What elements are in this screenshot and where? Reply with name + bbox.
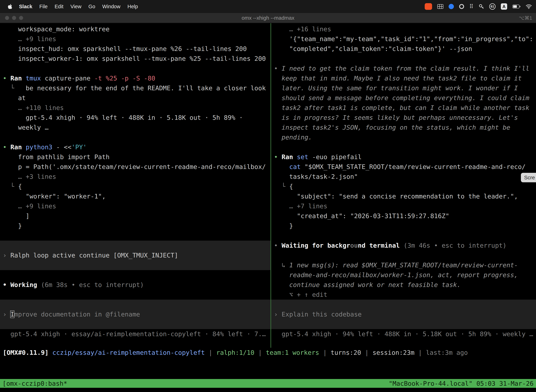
text-segment: › xyxy=(274,311,282,318)
minimize-button[interactable] xyxy=(12,16,16,20)
terminal-line: … +9 lines xyxy=(0,34,270,44)
text-segment: continue assigned work or next feasible … xyxy=(274,281,461,288)
terminal-line: continue assigned work or next feasible … xyxy=(271,280,536,290)
battery-percent-badge[interactable]: 61 xyxy=(489,3,496,10)
zoom-button[interactable] xyxy=(19,16,23,20)
terminal-line xyxy=(271,142,536,152)
text-segment: | xyxy=(415,349,426,356)
terminal-line: … +9 lines xyxy=(0,201,270,211)
screen-recording-indicator[interactable] xyxy=(425,3,432,10)
terminal-line: └ { xyxy=(0,182,270,191)
text-segment: gpt-5.4 xhigh · essay/ai-reimplementatio… xyxy=(3,330,266,338)
terminal-line xyxy=(271,54,536,64)
text-segment: be necessary for the end of the README. … xyxy=(26,84,266,92)
composer-line[interactable]: › Explain this codebase xyxy=(271,309,536,319)
text-segment: … +110 lines xyxy=(3,104,64,111)
swirl-app-icon[interactable] xyxy=(459,4,464,9)
terminal-line xyxy=(0,319,270,329)
text-segment: pending. xyxy=(274,134,312,141)
terminal-line xyxy=(271,231,536,241)
text-segment: Explain this codebase xyxy=(282,311,362,318)
terminal-line: } xyxy=(271,221,536,231)
menu-go[interactable]: Go xyxy=(85,4,99,9)
text-segment: • xyxy=(3,75,10,82)
text-segment: › xyxy=(3,311,10,318)
apple-menu-icon[interactable] xyxy=(5,4,15,9)
menu-edit[interactable]: Edit xyxy=(51,4,67,9)
active-app-menu[interactable]: Slack xyxy=(15,4,36,9)
text-segment: [OMX#0.11.9] xyxy=(3,349,53,356)
terminal-line: "created_at": "2026-03-31T11:59:27.816Z" xyxy=(271,211,536,221)
text-segment: 'PY' xyxy=(72,144,87,151)
terminal-line: "worker": "worker-1", xyxy=(0,191,270,201)
terminal-line xyxy=(0,241,270,250)
text-segment: capture-pane xyxy=(45,75,94,82)
text-segment: gpt-5.4 xhigh · 94% left · 488K in · 5.1… xyxy=(274,330,533,338)
terminal-line: ⌥ + ↑ edit xyxy=(271,290,536,300)
text-segment: -euo pipefail xyxy=(312,153,362,160)
text-segment: … +9 lines xyxy=(3,35,56,42)
menubar: Slack FileEditViewGoWindowHelp ⠿ 61 A xyxy=(0,0,536,13)
menu-view[interactable]: View xyxy=(67,4,85,9)
terminal-line xyxy=(271,319,536,329)
terminal-line: gpt-5.4 xhigh · 94% left · 488K in · 5.1… xyxy=(271,329,536,339)
terminal-line: ] xyxy=(0,211,270,221)
terminal-line: keep that in mind. Maybe I also need the… xyxy=(271,73,536,83)
terminal-line: gpt-5.4 xhigh · essay/ai-reimplementatio… xyxy=(0,329,270,339)
text-segment: '{"team_name":"my-team","task_id":"1","f… xyxy=(274,35,533,42)
text-segment: team:1 workers xyxy=(266,349,319,356)
text-segment: • xyxy=(274,65,282,72)
tmux-status-bar: [omx-cczip0:bash* "MacBook-Pro-44.local"… xyxy=(0,379,536,388)
text-segment: { xyxy=(289,183,293,190)
terminal-line: • Ran python3 - <<'PY' xyxy=(0,142,270,152)
text-segment: nd terminal xyxy=(358,242,404,249)
text-segment: └ xyxy=(274,183,289,190)
terminal-line: pending. xyxy=(271,132,536,142)
terminal-line: … +7 lines xyxy=(271,201,536,211)
composer-line[interactable]: › Ralph loop active continue [OMX_TMUX_I… xyxy=(0,250,270,260)
text-segment: ↳ xyxy=(274,261,289,269)
terminal-line xyxy=(0,270,270,280)
tmux-host-clock: "MacBook-Pro-44.local" 05:03 31-Mar-26 xyxy=(389,380,534,387)
menu-file[interactable]: File xyxy=(36,4,51,9)
text-segment: … +9 lines xyxy=(3,202,56,210)
text-segment: "created_at": "2026-03-31T11:59:27.816Z" xyxy=(274,212,449,219)
close-button[interactable] xyxy=(5,16,9,20)
text-segment: | xyxy=(319,349,330,356)
input-source-icon[interactable]: A xyxy=(501,3,507,10)
text-segment: - << xyxy=(56,144,72,151)
wifi-icon[interactable] xyxy=(526,4,532,9)
screen: Slack FileEditViewGoWindowHelp ⠿ 61 A xyxy=(0,0,536,392)
text-segment: Ran xyxy=(282,153,297,160)
text-segment: ⌥ + ↑ edit xyxy=(274,291,327,298)
text-segment: • xyxy=(274,242,282,249)
bottom-strip xyxy=(0,388,536,392)
terminal-line: … +3 lines xyxy=(0,172,270,182)
text-segment xyxy=(274,163,289,170)
key-icon[interactable] xyxy=(479,4,484,9)
blue-app-icon[interactable] xyxy=(449,4,454,9)
terminal-line xyxy=(0,290,270,300)
terminal-line: • I need to get the claim token from the… xyxy=(271,64,536,73)
window-titlebar: omx --xhigh --madmax ⌥⌘1 xyxy=(0,13,536,23)
text-segment: readme-and-reco/mailbox/worker-1.json, a… xyxy=(274,271,518,279)
menubar-status-icons: ⠿ 61 A xyxy=(425,3,536,10)
text-segment: | xyxy=(205,349,216,356)
composer-line[interactable]: › Improve documentation in @filename xyxy=(0,309,270,319)
grid-icon[interactable] xyxy=(437,4,443,9)
terminal-line: '{"team_name":"my-team","task_id":"1","f… xyxy=(271,34,536,44)
menu-help[interactable]: Help xyxy=(124,4,142,9)
text-segment: } xyxy=(274,222,293,229)
terminal-line: [OMX#0.11.9] cczip/essay/ai-reimplementa… xyxy=(0,348,536,358)
menu-window[interactable]: Window xyxy=(99,4,124,9)
text-segment: set xyxy=(297,153,312,160)
text-segment: inspect_hud: omx sparkshell --tmux-pane … xyxy=(3,45,247,52)
battery-icon[interactable] xyxy=(512,5,521,9)
dots-grid-icon[interactable]: ⠿ xyxy=(469,3,474,10)
text-segment: "completed","claim_token":"claim-token"}… xyxy=(274,45,472,52)
terminal-line: from pathlib import Path xyxy=(0,152,270,162)
text-segment: "worker": "worker-1", xyxy=(3,193,106,200)
text-segment: • Working xyxy=(3,281,41,288)
terminal-line: at xyxy=(0,93,270,103)
terminal-line: gpt-5.4 xhigh · 94% left · 488K in · 5.1… xyxy=(0,113,270,123)
